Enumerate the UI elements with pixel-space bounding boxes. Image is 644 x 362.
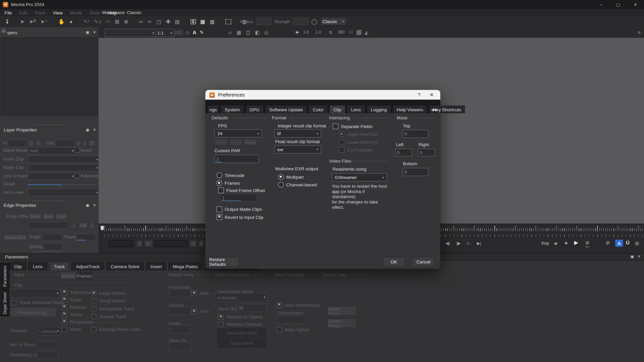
colorize-mattes-icon[interactable]: ◧ xyxy=(255,29,260,36)
stereo-3d-button[interactable]: S3D xyxy=(173,29,183,36)
quality-field[interactable] xyxy=(43,243,62,250)
play-reverse-button[interactable]: |▶ xyxy=(457,241,461,246)
menu-item[interactable]: View xyxy=(49,10,66,15)
adaptive-contrast-checkbox[interactable] xyxy=(218,321,223,327)
select-tool-icon[interactable]: ➤ xyxy=(20,19,24,24)
integer-format-dropdown[interactable]: tif▾ xyxy=(274,129,321,137)
mattes-icon[interactable]: ◫ xyxy=(246,29,251,36)
zoom-timeline-icon[interactable]: ⊞ xyxy=(635,241,639,246)
radius-field[interactable] xyxy=(256,18,272,25)
track-option-checkbox[interactable] xyxy=(62,319,67,324)
pulldown-checkbox[interactable] xyxy=(339,147,344,153)
tab-dope-sheet-vertical[interactable]: Dope Sheet xyxy=(0,290,9,316)
existing-planar-row[interactable]: Existing Planar Data xyxy=(91,327,141,332)
read-write-dropdown[interactable]: GStreamer▾ xyxy=(332,173,387,181)
workspace-dropdown[interactable]: Classic▾ xyxy=(320,17,346,25)
adjusted-checkbox[interactable] xyxy=(74,173,80,178)
inner-button[interactable]: Inner xyxy=(43,213,54,220)
channel-based-radio[interactable] xyxy=(278,182,284,187)
attach-link-tool-icon[interactable]: ∞ xyxy=(139,19,143,24)
motion-option-radio[interactable] xyxy=(91,314,97,319)
track-option-row[interactable]: Scale xyxy=(62,297,94,302)
preferences-tab[interactable]: Logging xyxy=(367,106,390,113)
mesh-view-icon[interactable]: ▩ xyxy=(210,19,215,24)
offset-minus-button[interactable]: - xyxy=(70,222,77,229)
track-option-checkbox[interactable] xyxy=(62,326,67,332)
detach-link-tool-icon[interactable]: ≍ xyxy=(147,19,152,24)
horizontal-auto-row[interactable]: Auto xyxy=(192,291,209,296)
gpu-icon[interactable]: ↯ xyxy=(329,29,333,36)
angle-field[interactable] xyxy=(43,234,62,241)
generate-mesh-button[interactable]: Generate mesh xyxy=(217,328,266,337)
float-panel-icon[interactable]: ▣ xyxy=(86,203,89,207)
trim-in-button[interactable]: [- xyxy=(144,240,153,247)
playhead[interactable] xyxy=(101,226,104,231)
mask-right-field[interactable]: 0 xyxy=(418,148,435,156)
tab-scroll-right-icon[interactable]: ▶ xyxy=(435,107,438,111)
add-keyframe-button[interactable]: ✚ xyxy=(564,241,568,246)
output-matte-clips-checkbox[interactable] xyxy=(216,206,222,212)
set-in-button[interactable]: [ xyxy=(28,139,34,146)
zoom-level-dropdown[interactable]: 1:1▾ xyxy=(155,29,175,37)
track-option-row[interactable]: Mesh xyxy=(62,327,94,332)
preprocessing-button[interactable]: Preprocessing... xyxy=(10,307,57,317)
motion-tab[interactable]: Motion xyxy=(60,272,76,280)
float-panel-icon[interactable]: ▣ xyxy=(86,31,89,35)
blend-mode-dropdown[interactable]: Add▾ xyxy=(28,147,75,154)
goto-in-button[interactable]: ◀| xyxy=(446,241,450,246)
track-individual-fields-checkbox[interactable] xyxy=(11,300,16,305)
crosshair-icon[interactable]: ◇ xyxy=(185,29,189,36)
parameters-tab[interactable]: Lens xyxy=(28,262,47,270)
set-in-button[interactable]: [ xyxy=(137,240,143,247)
set-out-t-button[interactable]: [T] xyxy=(88,139,96,146)
close-panel-icon[interactable]: ✕ xyxy=(93,203,96,207)
track-option-row[interactable]: Rotation xyxy=(62,305,94,310)
track-option-row[interactable]: Translation xyxy=(62,290,94,295)
float-format-dropdown[interactable]: exr▾ xyxy=(274,145,321,153)
set-out-button[interactable]: ] xyxy=(198,240,204,247)
parameters-tab[interactable]: Mega Plates xyxy=(168,262,203,270)
auto-smoothness-checkbox[interactable] xyxy=(276,302,282,308)
warp-tool-icon[interactable]: ▤ xyxy=(175,19,180,24)
track-individual-fields-row[interactable]: Track Individual Fields xyxy=(11,300,64,305)
vertices-on-spline-row[interactable]: Vertices on Spline xyxy=(218,314,262,319)
fps-plus-button[interactable]: + xyxy=(214,139,228,146)
multipart-radio[interactable] xyxy=(278,174,284,180)
mesh-size-field[interactable]: 32 xyxy=(237,304,267,312)
vertices-on-spline-checkbox[interactable] xyxy=(218,314,223,319)
dialog-close-button[interactable]: ✕ xyxy=(430,92,434,98)
separate-fields-checkbox[interactable] xyxy=(333,124,338,129)
export-track-button[interactable]: Export Track... xyxy=(327,306,357,315)
fixed-frame-offset-checkbox[interactable] xyxy=(218,188,224,193)
zoom-percent-field[interactable] xyxy=(169,342,191,350)
auto-smoothness-row[interactable]: Auto Smoothness xyxy=(276,302,320,307)
image-icon[interactable]: ◭ xyxy=(365,29,368,36)
current-frame-field[interactable] xyxy=(109,240,133,247)
hero-view-dropdown[interactable]: ▾ xyxy=(28,189,100,196)
trim-in-button[interactable]: [- xyxy=(35,139,42,146)
fps-reset-button[interactable]: Reset xyxy=(244,139,257,146)
motion-option-row[interactable]: Small Motion xyxy=(91,298,135,303)
track-option-row[interactable]: Perspective xyxy=(62,319,94,324)
parameters-tab[interactable]: Track xyxy=(49,262,69,270)
checkerboard-icon[interactable] xyxy=(357,30,362,35)
zoom-window-icon[interactable]: ◎ xyxy=(264,29,269,36)
motion-option-radio[interactable] xyxy=(91,306,97,311)
insert-clip-dropdown[interactable]: ▾ xyxy=(28,156,100,163)
panel-resize-grip[interactable] xyxy=(33,200,65,201)
track-option-row[interactable]: Shear xyxy=(62,312,94,317)
matte-clip-dropdown[interactable]: ▾ xyxy=(28,164,100,172)
mask-top-field[interactable]: 0 xyxy=(402,130,428,138)
timecode-radio[interactable] xyxy=(216,172,222,178)
parameters-tab[interactable]: Clip xyxy=(9,262,26,270)
channel-dropdown[interactable]: Luminanc▾ xyxy=(37,327,61,336)
preferences-tab[interactable]: Help Viewers xyxy=(393,106,427,113)
frames-radio[interactable] xyxy=(216,180,222,186)
create-xspline-tool-icon[interactable]: ✎ˣ xyxy=(84,19,90,24)
brightness-icon[interactable]: ☀ xyxy=(295,29,299,36)
motion-option-radio[interactable] xyxy=(91,298,97,304)
cancel-button[interactable]: Cancel xyxy=(412,257,434,267)
marquee-zoom-icon[interactable] xyxy=(226,19,231,24)
fixed-frame-offset-field[interactable]: 1 xyxy=(220,194,257,201)
revert-to-input-clip-checkbox[interactable] xyxy=(216,214,222,220)
